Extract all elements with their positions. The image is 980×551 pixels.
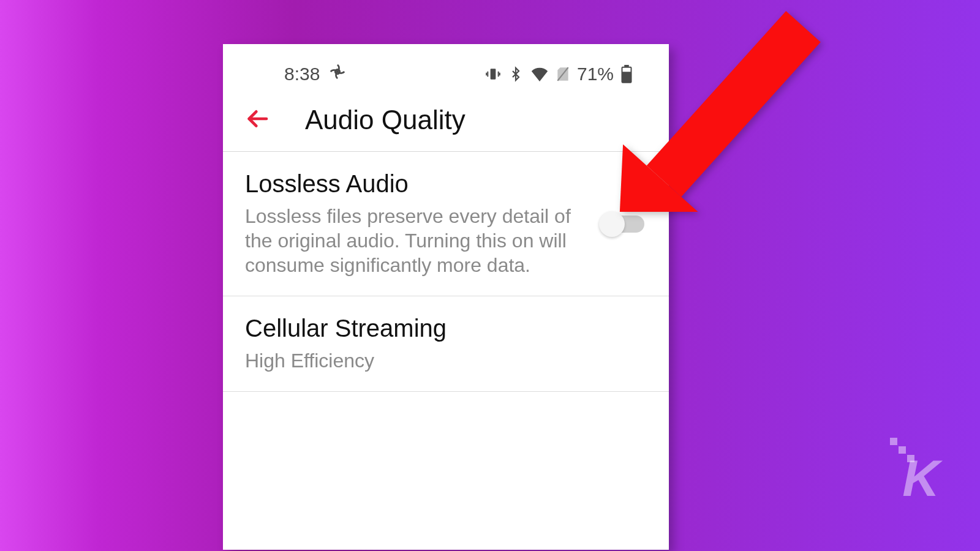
status-bar: 8:38 — [223, 44, 669, 91]
svg-rect-5 — [622, 72, 631, 83]
pinwheel-icon — [328, 62, 347, 85]
status-bar-left: 8:38 — [284, 62, 347, 85]
status-time: 8:38 — [284, 64, 320, 84]
setting-cellular-streaming[interactable]: Cellular Streaming High Efficiency — [223, 296, 669, 392]
battery-icon — [621, 65, 632, 83]
page-title: Audio Quality — [305, 105, 466, 135]
setting-text-block: Lossless Audio Lossless files preserve e… — [245, 170, 601, 277]
phone-frame: 8:38 — [223, 44, 669, 550]
wifi-icon — [530, 67, 549, 81]
setting-text-block: Cellular Streaming High Efficiency — [245, 315, 644, 373]
page-header: Audio Quality — [223, 91, 669, 152]
svg-rect-7 — [647, 11, 821, 197]
setting-title: Lossless Audio — [245, 170, 577, 198]
setting-lossless-audio[interactable]: Lossless Audio Lossless files preserve e… — [223, 152, 669, 296]
bluetooth-icon — [508, 66, 523, 82]
battery-percent: 71% — [577, 64, 614, 84]
toggle-thumb — [599, 211, 625, 237]
svg-rect-1 — [491, 69, 496, 79]
no-sim-icon — [556, 66, 570, 82]
setting-title: Cellular Streaming — [245, 315, 620, 342]
setting-value: High Efficiency — [245, 348, 620, 373]
status-bar-right: 71% — [485, 64, 632, 84]
watermark: K — [902, 449, 937, 508]
vibrate-icon — [485, 66, 501, 82]
setting-description: Lossless files preserve every detail of … — [245, 204, 577, 277]
lossless-toggle[interactable] — [601, 216, 644, 233]
back-arrow-icon[interactable] — [245, 107, 270, 133]
